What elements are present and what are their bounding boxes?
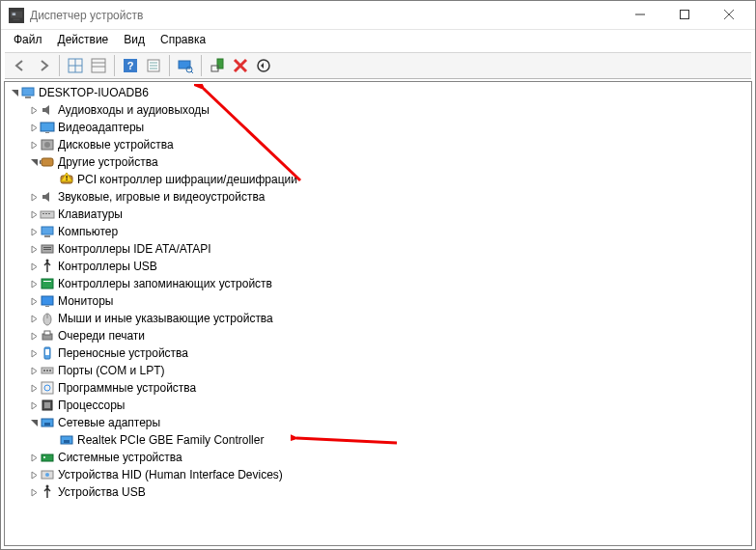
chevron-right-icon[interactable]: [28, 401, 40, 410]
svg-rect-38: [45, 213, 47, 214]
maximize-button[interactable]: [662, 1, 707, 28]
chevron-right-icon[interactable]: [28, 315, 40, 323]
toolbar-separator: [169, 55, 170, 76]
properties-icon[interactable]: [142, 54, 165, 77]
network-icon: [40, 415, 55, 430]
svg-rect-68: [42, 454, 53, 461]
chevron-right-icon[interactable]: [28, 124, 40, 132]
category-label: Аудиовходы и аудиовыходы: [58, 103, 210, 117]
svg-rect-10: [92, 59, 105, 72]
tree-category[interactable]: Дисковые устройства: [5, 136, 751, 153]
tree-category[interactable]: Контроллеры IDE ATA/ATAPI: [5, 240, 751, 258]
tree-category[interactable]: Контроллеры запоминающих устройств: [5, 275, 751, 292]
scan-hardware-icon[interactable]: [174, 54, 197, 77]
menu-help[interactable]: Справка: [154, 33, 212, 46]
tree-root[interactable]: DESKTOP-IUOADB6: [5, 84, 751, 101]
svg-rect-30: [45, 132, 49, 133]
menu-view[interactable]: Вид: [117, 33, 152, 46]
category-label: Устройства USB: [58, 485, 146, 499]
tree-category[interactable]: Устройства USB: [5, 483, 751, 501]
close-button[interactable]: [707, 1, 751, 28]
monitor-icon: [40, 293, 55, 309]
port-icon: [40, 363, 55, 378]
chevron-down-icon[interactable]: [28, 419, 40, 427]
tree-category[interactable]: Контроллеры USB: [5, 258, 751, 275]
help-icon[interactable]: ?: [119, 54, 142, 77]
chevron-right-icon[interactable]: [28, 262, 40, 271]
tree-category[interactable]: Мониторы: [5, 292, 751, 310]
svg-rect-1: [13, 13, 16, 15]
chevron-right-icon[interactable]: [28, 384, 40, 393]
titlebar: Диспетчер устройств: [1, 1, 755, 30]
chevron-down-icon[interactable]: [9, 89, 20, 97]
svg-point-57: [43, 370, 45, 371]
category-label: Порты (COM и LPT): [58, 364, 165, 377]
tree-category[interactable]: Системные устройства: [5, 449, 751, 466]
tree-category[interactable]: Аудиовходы и аудиовыходы: [5, 101, 751, 119]
other-icon: [40, 154, 55, 170]
tree-category[interactable]: Переносные устройства: [5, 344, 751, 362]
tree-category[interactable]: Процессоры: [5, 397, 751, 414]
chevron-right-icon[interactable]: [28, 193, 40, 202]
forward-button[interactable]: [32, 54, 55, 77]
tree-category[interactable]: Звуковые, игровые и видеоустройства: [5, 188, 751, 206]
tree-category[interactable]: Устройства HID (Human Interface Devices): [5, 466, 751, 483]
chevron-right-icon[interactable]: [28, 349, 40, 358]
svg-rect-63: [44, 402, 50, 408]
category-label: Системные устройства: [58, 451, 182, 464]
chevron-right-icon[interactable]: [28, 332, 40, 341]
tree-category[interactable]: Компьютер: [5, 223, 751, 240]
tree-category[interactable]: Другие устройства: [5, 153, 751, 171]
toolbar-separator: [59, 55, 60, 76]
chevron-right-icon[interactable]: [28, 367, 40, 375]
svg-rect-47: [43, 281, 51, 282]
category-label: Контроллеры IDE ATA/ATAPI: [58, 242, 211, 256]
tree-category[interactable]: Мыши и иные указывающие устройства: [5, 310, 751, 327]
back-button[interactable]: [9, 54, 32, 77]
chevron-down-icon[interactable]: [28, 158, 40, 167]
mouse-icon: [40, 311, 55, 326]
chevron-right-icon[interactable]: [28, 297, 40, 306]
tree-category[interactable]: Видеоадаптеры: [5, 119, 751, 136]
tree-category[interactable]: Порты (COM и LPT): [5, 362, 751, 379]
uninstall-icon[interactable]: [229, 54, 252, 77]
svg-rect-65: [44, 423, 50, 426]
minimize-button[interactable]: [618, 1, 662, 28]
menu-file[interactable]: Файл: [7, 33, 49, 46]
window-title: Диспетчер устройств: [30, 9, 618, 22]
chevron-right-icon[interactable]: [28, 471, 40, 480]
chevron-right-icon[interactable]: [28, 106, 40, 115]
chevron-right-icon[interactable]: [28, 454, 40, 462]
svg-point-71: [45, 473, 49, 477]
computer-icon: [20, 85, 36, 100]
svg-rect-19: [179, 61, 190, 69]
svg-point-59: [49, 370, 51, 371]
tree-device[interactable]: !PCI контроллер шифрации/дешифрации: [5, 171, 751, 188]
tree-device[interactable]: Realtek PCIe GBE Family Controller: [5, 431, 751, 449]
chevron-right-icon[interactable]: [28, 228, 40, 236]
chevron-right-icon[interactable]: [28, 280, 40, 289]
menubar: Файл Действие Вид Справка: [1, 30, 755, 49]
tree-category[interactable]: Сетевые адаптеры: [5, 414, 751, 431]
usb-icon: [40, 484, 55, 500]
category-label: Контроллеры USB: [58, 260, 157, 273]
menu-action[interactable]: Действие: [51, 33, 116, 46]
chevron-right-icon[interactable]: [28, 141, 40, 150]
tree-category[interactable]: Клавиатуры: [5, 206, 751, 223]
device-tree[interactable]: DESKTOP-IUOADB6Аудиовходы и аудиовыходыВ…: [4, 81, 752, 546]
svg-rect-27: [22, 88, 34, 96]
svg-rect-44: [43, 249, 51, 250]
category-label: Процессоры: [58, 399, 126, 412]
tree-category[interactable]: Очереди печати: [5, 327, 751, 344]
chevron-right-icon[interactable]: [28, 245, 40, 254]
update-driver-icon[interactable]: [206, 54, 229, 77]
disable-icon[interactable]: [252, 54, 275, 77]
printer-icon: [40, 328, 55, 344]
network-icon: [59, 432, 74, 448]
view-grid-icon[interactable]: [64, 54, 87, 77]
chevron-right-icon[interactable]: [28, 210, 40, 219]
system-icon: [40, 450, 55, 465]
tree-category[interactable]: Программные устройства: [5, 379, 751, 397]
view-list-icon[interactable]: [87, 54, 110, 77]
chevron-right-icon[interactable]: [28, 488, 40, 497]
